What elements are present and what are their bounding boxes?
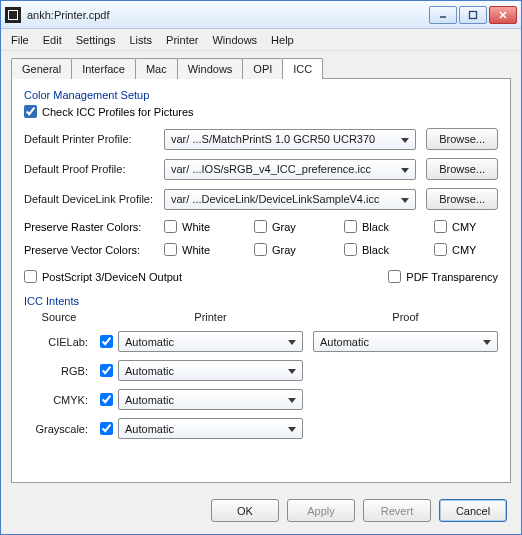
default-printer-label: Default Printer Profile: [24, 133, 164, 145]
vector-gray-checkbox[interactable] [254, 243, 267, 256]
preserve-raster-label: Preserve Raster Colors: [24, 221, 164, 233]
raster-black-checkbox[interactable] [344, 220, 357, 233]
cmyk-printer-value: Automatic [125, 394, 174, 406]
window-title: ankh:Printer.cpdf [27, 9, 429, 21]
raster-black[interactable]: Black [344, 220, 389, 233]
revert-button[interactable]: Revert [363, 499, 431, 522]
raster-black-label: Black [362, 221, 389, 233]
cmyk-label: CMYK: [24, 394, 94, 406]
menubar: File Edit Settings Lists Printer Windows… [1, 29, 521, 51]
tab-mac[interactable]: Mac [135, 58, 178, 79]
grayscale-printer-combo[interactable]: Automatic [118, 418, 303, 439]
menu-printer[interactable]: Printer [160, 32, 204, 48]
vector-white-checkbox[interactable] [164, 243, 177, 256]
rgb-printer-combo[interactable]: Automatic [118, 360, 303, 381]
tab-windows[interactable]: Windows [177, 58, 244, 79]
svg-rect-1 [470, 11, 477, 18]
source-heading: Source [24, 311, 94, 323]
menu-edit[interactable]: Edit [37, 32, 68, 48]
tab-panel-icc: Color Management Setup Check ICC Profile… [11, 78, 511, 483]
pdf-transparency-label: PDF Transparency [406, 271, 498, 283]
apply-button[interactable]: Apply [287, 499, 355, 522]
dialog-footer: OK Apply Revert Cancel [1, 489, 521, 534]
default-proof-value: var/ ...IOS/sRGB_v4_ICC_preference.icc [171, 163, 371, 175]
raster-white-checkbox[interactable] [164, 220, 177, 233]
grayscale-label: Grayscale: [24, 423, 94, 435]
vector-black-checkbox[interactable] [344, 243, 357, 256]
vector-gray[interactable]: Gray [254, 243, 296, 256]
minimize-button[interactable] [429, 6, 457, 24]
default-proof-combo[interactable]: var/ ...IOS/sRGB_v4_ICC_preference.icc [164, 159, 416, 180]
pdf-transparency-option[interactable]: PDF Transparency [388, 270, 498, 283]
printer-heading: Printer [118, 311, 303, 323]
raster-white[interactable]: White [164, 220, 210, 233]
default-devicelink-combo[interactable]: var/ ...DeviceLink/DeviceLinkSampleV4.ic… [164, 189, 416, 210]
raster-cmy-label: CMY [452, 221, 476, 233]
tabs: General Interface Mac Windows OPI ICC [1, 51, 521, 78]
rgb-printer-value: Automatic [125, 365, 174, 377]
tab-opi[interactable]: OPI [242, 58, 283, 79]
check-icc-label: Check ICC Profiles for Pictures [42, 106, 194, 118]
grayscale-printer-value: Automatic [125, 423, 174, 435]
browse-devicelink-button[interactable]: Browse... [426, 188, 498, 210]
grayscale-enable-checkbox[interactable] [98, 422, 115, 435]
postscript3-option[interactable]: PostScript 3/DeviceN Output [24, 270, 388, 283]
cielab-enable-checkbox[interactable] [98, 335, 115, 348]
ok-button[interactable]: OK [211, 499, 279, 522]
raster-cmy[interactable]: CMY [434, 220, 476, 233]
menu-lists[interactable]: Lists [123, 32, 158, 48]
raster-cmy-checkbox[interactable] [434, 220, 447, 233]
app-window: ankh:Printer.cpdf File Edit Settings Lis… [0, 0, 522, 535]
tab-general[interactable]: General [11, 58, 72, 79]
vector-cmy[interactable]: CMY [434, 243, 476, 256]
postscript3-checkbox[interactable] [24, 270, 37, 283]
default-devicelink-label: Default DeviceLink Profile: [24, 193, 164, 205]
vector-cmy-checkbox[interactable] [434, 243, 447, 256]
app-icon [5, 7, 21, 23]
tab-icc[interactable]: ICC [282, 58, 323, 79]
cielab-proof-value: Automatic [320, 336, 369, 348]
tab-interface[interactable]: Interface [71, 58, 136, 79]
maximize-button[interactable] [459, 6, 487, 24]
check-icc-checkbox[interactable] [24, 105, 37, 118]
close-button[interactable] [489, 6, 517, 24]
rgb-enable-checkbox[interactable] [98, 364, 115, 377]
default-proof-label: Default Proof Profile: [24, 163, 164, 175]
cmyk-enable-checkbox[interactable] [98, 393, 115, 406]
raster-gray-checkbox[interactable] [254, 220, 267, 233]
cielab-printer-value: Automatic [125, 336, 174, 348]
cms-heading: Color Management Setup [24, 89, 498, 101]
default-printer-combo[interactable]: var/ ...S/MatchPrintS 1.0 GCR50 UCR370 [164, 129, 416, 150]
vector-cmy-label: CMY [452, 244, 476, 256]
pdf-transparency-checkbox[interactable] [388, 270, 401, 283]
default-devicelink-value: var/ ...DeviceLink/DeviceLinkSampleV4.ic… [171, 193, 379, 205]
titlebar[interactable]: ankh:Printer.cpdf [1, 1, 521, 29]
vector-black[interactable]: Black [344, 243, 389, 256]
menu-settings[interactable]: Settings [70, 32, 122, 48]
raster-gray-label: Gray [272, 221, 296, 233]
menu-file[interactable]: File [5, 32, 35, 48]
check-icc-profiles[interactable]: Check ICC Profiles for Pictures [24, 105, 194, 118]
icc-intents-heading: ICC Intents [24, 295, 498, 307]
cmyk-printer-combo[interactable]: Automatic [118, 389, 303, 410]
vector-gray-label: Gray [272, 244, 296, 256]
proof-heading: Proof [313, 311, 498, 323]
cielab-printer-combo[interactable]: Automatic [118, 331, 303, 352]
menu-windows[interactable]: Windows [206, 32, 263, 48]
default-printer-value: var/ ...S/MatchPrintS 1.0 GCR50 UCR370 [171, 133, 375, 145]
raster-white-label: White [182, 221, 210, 233]
preserve-vector-label: Preserve Vector Colors: [24, 244, 164, 256]
browse-printer-button[interactable]: Browse... [426, 128, 498, 150]
cielab-label: CIELab: [24, 336, 94, 348]
vector-white-label: White [182, 244, 210, 256]
rgb-label: RGB: [24, 365, 94, 377]
raster-gray[interactable]: Gray [254, 220, 296, 233]
vector-black-label: Black [362, 244, 389, 256]
menu-help[interactable]: Help [265, 32, 300, 48]
cancel-button[interactable]: Cancel [439, 499, 507, 522]
cielab-proof-combo[interactable]: Automatic [313, 331, 498, 352]
browse-proof-button[interactable]: Browse... [426, 158, 498, 180]
vector-white[interactable]: White [164, 243, 210, 256]
postscript3-label: PostScript 3/DeviceN Output [42, 271, 182, 283]
